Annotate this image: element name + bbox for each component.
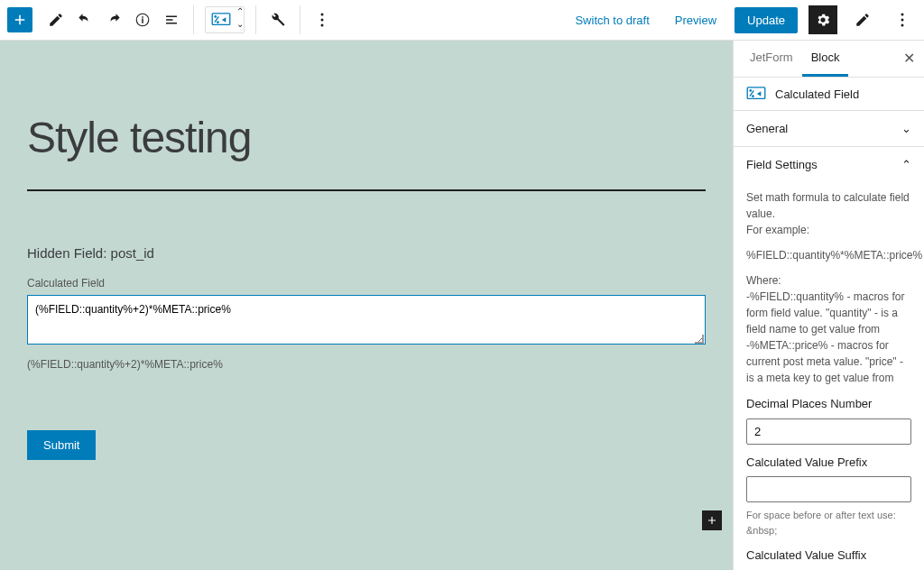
formula-textarea[interactable]	[27, 295, 706, 345]
fs-desc-2: For example:	[746, 224, 809, 236]
editor-canvas: Style testing Hidden Field: post_id Calc…	[0, 41, 733, 570]
settings-sidebar: JetForm Block ✕ Calculated Field General…	[733, 41, 924, 570]
svg-point-11	[749, 89, 752, 92]
outline-button[interactable]	[157, 5, 186, 34]
prefix-input[interactable]	[746, 476, 911, 502]
info-button[interactable]	[128, 5, 157, 34]
tab-jetform[interactable]: JetForm	[741, 41, 802, 77]
tab-block[interactable]: Block	[802, 41, 849, 77]
add-block-button[interactable]	[7, 7, 32, 32]
svg-point-4	[321, 14, 324, 16]
move-down-icon[interactable]: ⌄	[236, 20, 244, 32]
prefix-hint: For space before or after text use: &nbs…	[746, 508, 911, 538]
svg-point-3	[217, 21, 219, 23]
more-options-icon[interactable]	[308, 5, 337, 34]
redo-button[interactable]	[99, 5, 128, 34]
wrench-icon[interactable]	[263, 5, 292, 34]
move-up-icon[interactable]: ⌃	[236, 7, 244, 20]
svg-rect-10	[747, 87, 765, 98]
svg-rect-1	[212, 14, 230, 24]
svg-point-6	[321, 24, 324, 27]
svg-point-8	[901, 19, 904, 22]
close-sidebar-icon[interactable]: ✕	[903, 50, 915, 67]
toolbar-separator	[193, 5, 194, 34]
block-toolbar-group: ⌃ ⌄	[205, 6, 245, 33]
prefix-label: Calculated Value Prefix	[746, 454, 911, 472]
svg-point-7	[901, 14, 904, 16]
calculated-field-block: Calculated Field (%FIELD::quantity%+2)*%…	[27, 277, 706, 371]
decimal-places-input[interactable]	[746, 418, 911, 445]
toolbar-left: ⌃ ⌄	[7, 5, 337, 34]
section-general[interactable]: General ⌄	[734, 110, 924, 146]
svg-point-5	[321, 19, 324, 22]
suffix-label: Calculated Value Suffix	[746, 547, 911, 565]
page-title[interactable]: Style testing	[27, 113, 706, 162]
svg-point-9	[901, 24, 904, 27]
block-type-header: Calculated Field	[734, 78, 924, 110]
undo-button[interactable]	[70, 5, 99, 34]
section-general-label: General	[746, 122, 788, 135]
toolbar-separator	[300, 5, 300, 34]
calculated-field-icon[interactable]	[206, 7, 236, 32]
update-button[interactable]: Update	[735, 7, 798, 33]
fs-example: %FIELD::quantity%*%META::price%	[746, 247, 911, 263]
fs-desc-1: Set math formula to calculate field valu…	[746, 191, 910, 220]
block-type-label: Calculated Field	[775, 87, 859, 101]
svg-point-2	[214, 15, 217, 18]
calculated-field-icon	[746, 87, 766, 101]
fs-where-label: Where:	[746, 274, 781, 287]
section-field-settings-label: Field Settings	[746, 158, 818, 171]
hidden-field-label: Hidden Field: post_id	[27, 245, 706, 261]
editor-more-icon[interactable]	[888, 5, 917, 34]
decimal-places-label: Decimal Places Number	[746, 395, 911, 413]
svg-point-12	[752, 95, 754, 97]
fs-where-2: -%META::price% - macros for current post…	[746, 339, 903, 384]
settings-gear-icon[interactable]	[808, 5, 837, 34]
chevron-up-icon: ⌃	[901, 158, 911, 171]
chevron-down-icon: ⌄	[901, 122, 911, 135]
edit-mode-icon[interactable]	[42, 5, 70, 34]
append-block-button[interactable]	[702, 510, 722, 530]
move-arrows: ⌃ ⌄	[236, 7, 244, 32]
switch-to-draft-link[interactable]: Switch to draft	[568, 8, 656, 32]
editor-toolbar: ⌃ ⌄ Switch to draft Preview Update	[0, 0, 924, 41]
field-settings-panel: Set math formula to calculate field valu…	[734, 182, 924, 570]
jet-style-icon[interactable]	[848, 5, 877, 34]
formula-preview: (%FIELD::quantity%+2)*%META::price%	[27, 358, 706, 371]
fs-where-1: -%FIELD::quantity% - macros for form fie…	[746, 290, 904, 336]
divider	[27, 189, 706, 191]
submit-button[interactable]: Submit	[27, 430, 96, 460]
section-field-settings[interactable]: Field Settings ⌃	[734, 146, 924, 182]
toolbar-right: Switch to draft Preview Update	[568, 5, 917, 34]
sidebar-tabs: JetForm Block ✕	[734, 41, 924, 78]
preview-link[interactable]: Preview	[668, 8, 724, 32]
calculated-field-label: Calculated Field	[27, 277, 706, 290]
toolbar-separator	[255, 5, 256, 34]
